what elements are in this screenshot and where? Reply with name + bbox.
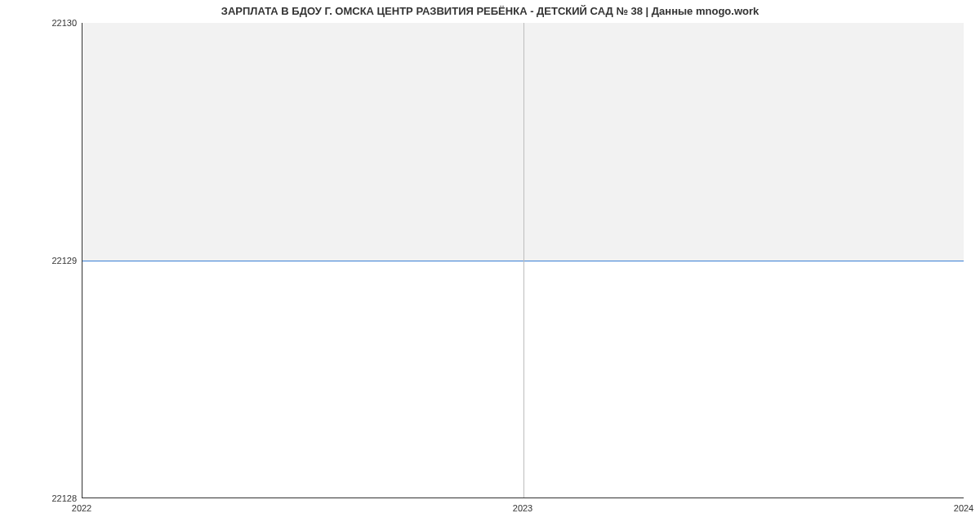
- chart-title: ЗАРПЛАТА В БДОУ Г. ОМСКА ЦЕНТР РАЗВИТИЯ …: [0, 5, 980, 17]
- chart-container: ЗАРПЛАТА В БДОУ Г. ОМСКА ЦЕНТР РАЗВИТИЯ …: [0, 0, 980, 531]
- x-tick-2023: 2023: [513, 503, 532, 513]
- x-tick-2024: 2024: [954, 503, 973, 513]
- y-tick-22129: 22129: [51, 256, 77, 266]
- plot-area: [82, 23, 964, 498]
- x-tick-2022: 2022: [72, 503, 91, 513]
- y-tick-22130: 22130: [51, 18, 77, 28]
- y-tick-22128: 22128: [51, 493, 77, 503]
- gridline-x-2023: [523, 23, 524, 498]
